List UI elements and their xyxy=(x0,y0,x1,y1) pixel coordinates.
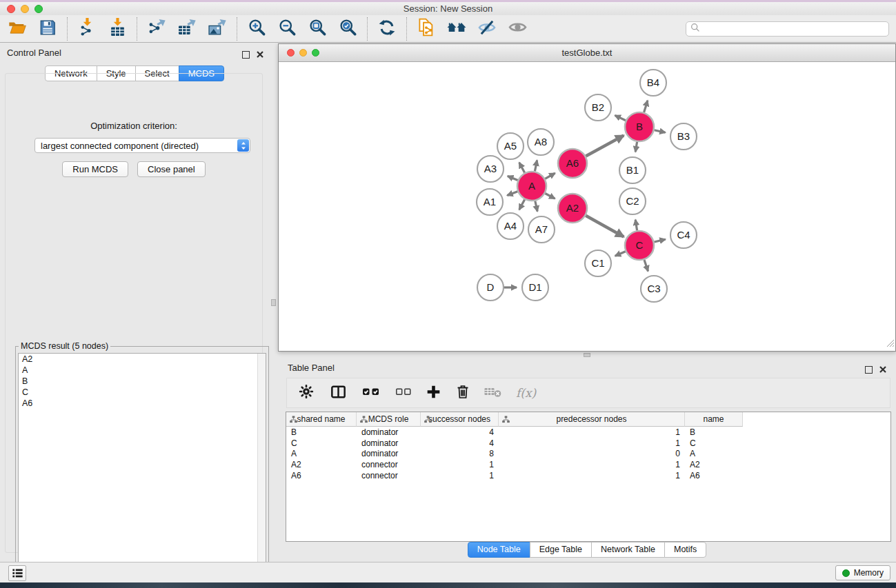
mcds-result-item[interactable]: C xyxy=(19,387,266,398)
close-panel-icon[interactable] xyxy=(257,48,263,61)
node-B3[interactable]: B3 xyxy=(670,123,697,150)
cell-successor-nodes[interactable]: 4 xyxy=(421,427,499,437)
cell-successor-nodes[interactable]: 1 xyxy=(421,471,499,480)
column-header-MCDS-role[interactable]: MCDS role xyxy=(357,412,421,427)
edge-A6-B[interactable] xyxy=(586,136,624,156)
node-A[interactable]: A xyxy=(517,172,546,201)
cell-name[interactable]: B xyxy=(685,427,743,437)
node-A6[interactable]: A6 xyxy=(558,149,587,178)
export-network-button[interactable] xyxy=(145,18,168,40)
cell-predecessor-nodes[interactable]: 1 xyxy=(499,427,685,437)
table-row[interactable]: A2connector11A2 xyxy=(286,459,890,470)
splitter-handle[interactable] xyxy=(584,353,590,357)
vertical-splitter[interactable] xyxy=(269,43,278,558)
save-session-button[interactable] xyxy=(36,18,59,40)
cell-name[interactable]: A6 xyxy=(685,471,743,480)
mcds-result-item[interactable]: A6 xyxy=(19,398,266,409)
cell-shared-name[interactable]: C xyxy=(286,438,357,448)
cell-name[interactable]: A2 xyxy=(685,460,743,469)
node-D1[interactable]: D1 xyxy=(522,274,548,301)
cell-successor-nodes[interactable]: 8 xyxy=(421,449,499,458)
cell-shared-name[interactable]: A6 xyxy=(286,471,357,480)
zoom-in-button[interactable] xyxy=(245,18,268,40)
column-header-name[interactable]: name xyxy=(685,412,743,427)
node-C[interactable]: C xyxy=(625,231,654,260)
cell-successor-nodes[interactable]: 1 xyxy=(421,460,499,469)
table-row[interactable]: Bdominator41B xyxy=(286,427,890,438)
export-table-button[interactable] xyxy=(175,18,199,40)
cell-MCDS-role[interactable]: connector xyxy=(357,460,421,469)
edge-A-A2[interactable] xyxy=(545,194,555,199)
edge-A-A3[interactable] xyxy=(508,176,518,180)
cell-successor-nodes[interactable]: 4 xyxy=(421,438,499,448)
edge-B-B3[interactable] xyxy=(655,130,666,133)
search-input[interactable] xyxy=(703,22,888,36)
node-B4[interactable]: B4 xyxy=(640,70,666,96)
edge-A2-C[interactable] xyxy=(586,216,624,237)
close-panel-button[interactable]: Close panel xyxy=(137,161,206,177)
select-all-columns-button[interactable] xyxy=(361,381,381,405)
horizontal-splitter[interactable] xyxy=(278,352,896,358)
unselect-all-columns-button[interactable] xyxy=(395,381,412,405)
edge-C-C2[interactable] xyxy=(635,220,637,231)
edge-A-A6[interactable] xyxy=(545,173,555,179)
show-column-button[interactable] xyxy=(330,381,347,405)
column-header-shared-name[interactable]: shared name xyxy=(286,412,357,427)
tab-node-table[interactable]: Node Table xyxy=(468,542,530,558)
table-options-button[interactable] xyxy=(298,381,315,405)
edge-C-C3[interactable] xyxy=(644,260,648,272)
column-header-successor-nodes[interactable]: successor nodes xyxy=(421,412,499,427)
float-panel-icon[interactable] xyxy=(242,51,250,59)
node-A3[interactable]: A3 xyxy=(477,156,504,182)
node-A5[interactable]: A5 xyxy=(497,133,524,159)
splitter-handle[interactable] xyxy=(271,299,276,306)
node-C3[interactable]: C3 xyxy=(641,276,667,302)
first-neighbors-button[interactable] xyxy=(445,18,468,40)
table-row[interactable]: Cdominator41C xyxy=(286,438,890,449)
edge-C-C4[interactable] xyxy=(654,239,665,242)
mcds-result-item[interactable]: B xyxy=(19,376,266,387)
cell-shared-name[interactable]: A2 xyxy=(286,460,357,469)
tab-edge-table[interactable]: Edge Table xyxy=(530,542,592,558)
hide-graphics-details-button[interactable] xyxy=(475,18,499,40)
edge-C-C1[interactable] xyxy=(615,252,626,256)
node-D[interactable]: D xyxy=(477,274,504,301)
edge-A-A4[interactable] xyxy=(519,199,525,210)
run-mcds-button[interactable]: Run MCDS xyxy=(62,161,128,177)
node-A8[interactable]: A8 xyxy=(528,129,554,155)
zoom-selected-button[interactable] xyxy=(336,18,359,40)
node-A7[interactable]: A7 xyxy=(528,216,555,243)
tab-network-table[interactable]: Network Table xyxy=(591,542,665,558)
table-row[interactable]: Adominator80A xyxy=(286,449,890,460)
node-B[interactable]: B xyxy=(625,112,654,141)
mcds-result-item[interactable]: A xyxy=(19,365,266,376)
resize-grip-icon[interactable] xyxy=(886,338,895,350)
export-image-button[interactable] xyxy=(206,18,229,40)
edge-A-A8[interactable] xyxy=(535,161,537,172)
show-graphics-details-button[interactable] xyxy=(506,18,529,40)
cell-predecessor-nodes[interactable]: 1 xyxy=(499,460,685,469)
cell-MCDS-role[interactable]: dominator xyxy=(357,427,421,437)
node-C2[interactable]: C2 xyxy=(619,188,646,214)
zoom-fit-button[interactable] xyxy=(306,18,329,40)
mcds-result-item[interactable]: A2 xyxy=(19,354,266,365)
search-field[interactable] xyxy=(686,21,889,37)
edge-A-A5[interactable] xyxy=(519,163,525,173)
edge-B-B2[interactable] xyxy=(615,115,626,120)
node-B1[interactable]: B1 xyxy=(619,157,646,183)
scrollbar-track[interactable] xyxy=(257,354,266,578)
column-header-predecessor-nodes[interactable]: predecessor nodes xyxy=(499,412,685,427)
import-table-button[interactable] xyxy=(106,18,129,40)
cell-predecessor-nodes[interactable]: 0 xyxy=(499,449,685,458)
close-panel-icon[interactable] xyxy=(879,363,886,376)
node-B2[interactable]: B2 xyxy=(585,94,611,121)
delete-column-button[interactable] xyxy=(455,381,471,405)
cell-predecessor-nodes[interactable]: 1 xyxy=(499,471,685,480)
memory-button[interactable]: Memory xyxy=(835,565,890,580)
node-C1[interactable]: C1 xyxy=(585,250,611,276)
cell-MCDS-role[interactable]: dominator xyxy=(357,449,421,458)
node-A4[interactable]: A4 xyxy=(497,213,524,239)
node-A1[interactable]: A1 xyxy=(477,189,503,215)
edge-A-A7[interactable] xyxy=(535,201,537,212)
cell-MCDS-role[interactable]: connector xyxy=(357,471,421,480)
